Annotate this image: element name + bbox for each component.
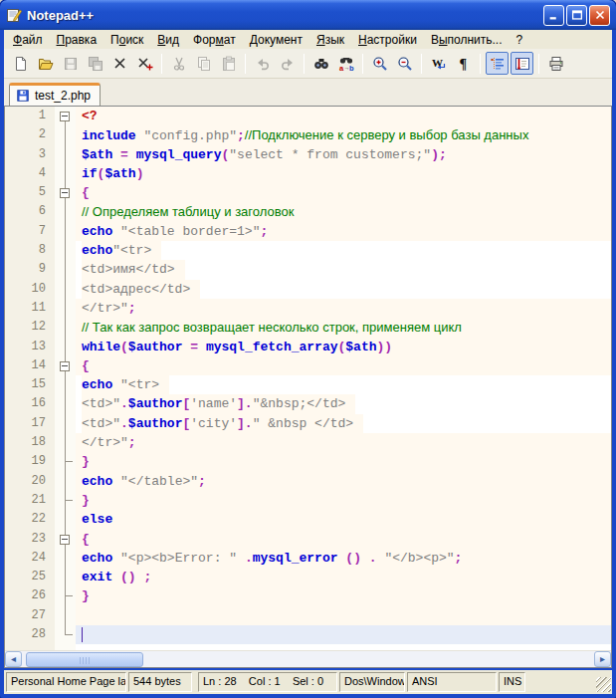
code-text[interactable]: include "config.php";//Подключение к сер… [76,125,611,144]
menu-item-document[interactable]: Документ [243,31,309,49]
code-text[interactable]: { [76,356,611,375]
code-text[interactable]: <td>".$author['name']."&nbsp;</td> [76,394,611,413]
code-text[interactable]: echo"<tr> [76,241,611,260]
code-text[interactable]: if($ath) [76,164,611,183]
line-number[interactable]: 21 [5,491,55,510]
notepad-app-icon[interactable] [6,7,22,23]
minimize-button[interactable] [543,5,564,26]
code-text[interactable]: exit () ; [76,568,611,586]
line-number[interactable]: 20 [5,472,55,491]
menu-item-settings[interactable]: Настройки [351,31,424,49]
code-text[interactable]: $ath = mysql_query("select * from custom… [76,145,611,164]
fold-toggle-icon[interactable] [55,356,76,375]
zoom-in-button[interactable] [368,52,391,75]
code-text[interactable]: <td>адрес</td> [76,280,611,299]
copy-button[interactable] [192,52,215,75]
menu-item-help[interactable]: ? [510,31,530,49]
line-number[interactable]: 17 [5,414,55,433]
line-number[interactable]: 4 [5,164,55,183]
code-text[interactable]: // Так как запрос возвращает несколько с… [76,318,611,337]
line-number[interactable]: 6 [5,202,55,221]
cut-button[interactable] [167,52,190,75]
line-number[interactable]: 24 [5,549,55,568]
fold-toggle-icon[interactable] [55,107,76,125]
code-text[interactable]: </tr>"; [76,299,611,318]
show-all-characters-button[interactable]: ¶ [452,52,475,75]
fold-toggle-icon[interactable] [55,530,76,549]
close-file-button[interactable] [108,52,131,75]
scrollbar-thumb[interactable] [26,652,143,667]
doc-switcher-button[interactable] [511,52,533,75]
indent-guide-button[interactable] [486,52,509,75]
scroll-right-arrow[interactable]: ▸ [594,651,611,667]
code-text[interactable]: // Определяем таблицу и заголовок [76,202,611,221]
line-number[interactable]: 12 [5,318,55,337]
replace-button[interactable]: a→b [334,52,357,75]
horizontal-scrollbar[interactable]: ◂ ▸ [5,650,611,667]
code-text[interactable]: echo "<p><b>Error: " .mysql_error () . "… [76,549,611,568]
code-text[interactable]: } [76,586,611,605]
menu-item-format[interactable]: Формат [186,31,243,49]
menu-item-language[interactable]: Язык [309,31,351,49]
line-number[interactable]: 10 [5,280,55,299]
menu-item-file[interactable]: Файл [6,31,50,49]
code-text[interactable]: { [76,183,611,202]
line-number[interactable]: 16 [5,394,55,413]
resize-grip[interactable] [596,677,611,692]
code-editor[interactable]: 1<?2include "config.php";//Подключение к… [5,107,611,650]
code-text[interactable]: } [76,491,611,510]
line-number[interactable]: 15 [5,375,55,394]
open-file-button[interactable] [34,52,57,75]
code-text[interactable]: else [76,510,611,529]
close-all-button[interactable] [133,52,156,75]
tab-test-2-php[interactable]: test_2.php [9,83,101,106]
line-number[interactable]: 28 [5,625,55,644]
code-text[interactable] [76,625,611,644]
word-wrap-button[interactable]: W [427,52,450,75]
menu-item-edit[interactable]: Правка [50,31,104,49]
code-text[interactable]: { [76,530,611,549]
code-text[interactable]: echo "<table border=1>"; [76,222,611,241]
line-number[interactable]: 2 [5,125,55,144]
save-button[interactable] [59,52,82,75]
fold-toggle-icon[interactable] [55,183,76,202]
menu-item-view[interactable]: Вид [150,31,186,49]
fold-collapse-box-icon[interactable] [60,188,70,198]
line-number[interactable]: 26 [5,586,55,605]
line-number[interactable]: 7 [5,222,55,241]
line-number[interactable]: 1 [5,107,55,125]
line-number[interactable]: 13 [5,338,55,356]
line-number[interactable]: 14 [5,356,55,375]
code-text[interactable]: while($author = mysql_fetch_array($ath)) [76,338,611,356]
new-file-button[interactable] [9,52,32,75]
maximize-button[interactable] [566,5,587,26]
undo-button[interactable] [251,52,274,75]
line-number[interactable]: 11 [5,299,55,318]
scroll-left-arrow[interactable]: ◂ [5,651,22,667]
print-button[interactable] [544,52,567,75]
fold-collapse-box-icon[interactable] [60,112,70,121]
code-text[interactable] [76,606,611,625]
line-number[interactable]: 22 [5,510,55,529]
line-number[interactable]: 9 [5,260,55,279]
code-text[interactable]: <td>имя</td> [76,260,611,279]
code-text[interactable]: echo "</table>"; [76,472,611,491]
code-text[interactable]: <td>".$author['city']." &nbsp </td> [76,414,611,433]
close-button[interactable] [589,5,610,26]
code-text[interactable]: <? [76,107,611,125]
paste-button[interactable] [217,52,240,75]
line-number[interactable]: 19 [5,452,55,471]
redo-button[interactable] [276,52,299,75]
save-all-button[interactable] [84,52,106,75]
menu-item-run[interactable]: Выполнить... [424,31,510,49]
line-number[interactable]: 27 [5,606,55,625]
line-number[interactable]: 23 [5,530,55,549]
zoom-out-button[interactable] [393,52,416,75]
code-text[interactable]: } [76,452,611,471]
code-text[interactable]: echo "<tr> [76,375,611,394]
fold-collapse-box-icon[interactable] [60,361,70,371]
line-number[interactable]: 5 [5,183,55,202]
code-text[interactable]: </tr>"; [76,433,611,452]
line-number[interactable]: 8 [5,241,55,260]
line-number[interactable]: 25 [5,568,55,586]
